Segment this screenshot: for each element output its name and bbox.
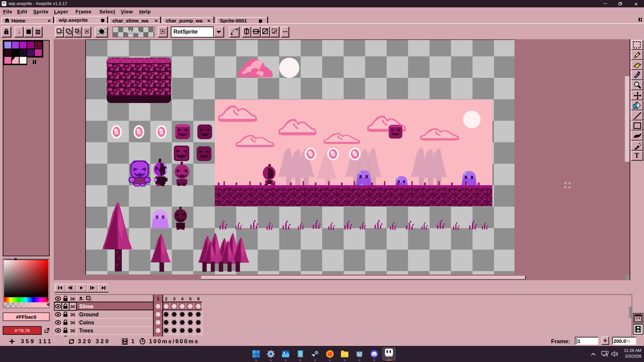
svg-text:Mask: Mask xyxy=(127,29,140,35)
svg-text:Coins: Coins xyxy=(79,320,94,325)
svg-text:6: 6 xyxy=(197,296,199,301)
svg-text:1: 1 xyxy=(157,296,159,301)
svg-text:Ground: Ground xyxy=(79,312,99,317)
svg-text:2: 2 xyxy=(165,296,167,301)
svg-text:Trees: Trees xyxy=(79,328,93,333)
svg-text:3: 3 xyxy=(173,296,175,301)
svg-text:5: 5 xyxy=(189,296,191,301)
svg-text:4: 4 xyxy=(181,296,184,301)
svg-text:Slime: Slime xyxy=(79,304,94,309)
